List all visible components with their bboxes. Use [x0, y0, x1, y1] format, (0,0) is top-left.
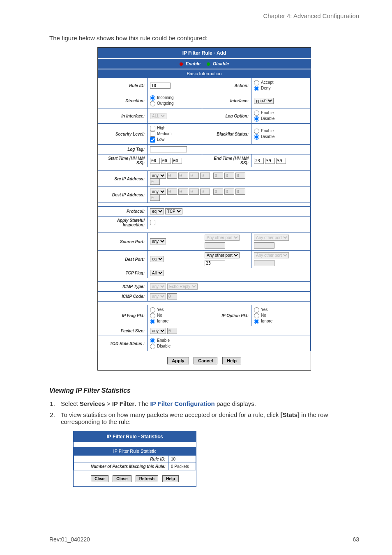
src-ip-oct4 [200, 173, 210, 179]
dest-port-label: Dest Port: [98, 251, 148, 268]
refresh-button[interactable]: Refresh [136, 475, 158, 482]
ip-option-label: IP Option Pkt: [202, 305, 251, 326]
tcp-flag-select[interactable]: All [150, 270, 164, 276]
enable-disable-row: Enable Disable [98, 58, 311, 69]
frag-no-radio[interactable]: No [150, 313, 199, 318]
rule-id-label: Rule ID: [98, 78, 148, 93]
start-hh-input[interactable] [150, 158, 160, 164]
action-deny-radio[interactable]: Deny [254, 85, 308, 91]
dst-port-other2-select: Any other port [254, 252, 289, 258]
sec-medium-checkbox[interactable]: Medium [150, 131, 199, 137]
opt-ignore-radio[interactable]: Ignore [254, 318, 308, 324]
close-button[interactable]: Close [113, 475, 131, 482]
start-time-label: Start Time (HH MM SS): [98, 154, 148, 167]
tcp-flag-label: TCP Flag: [98, 268, 148, 278]
page-number: 63 [353, 536, 359, 543]
src-mask-oct4 [150, 179, 160, 185]
src-port-other1-select: Any other port [205, 235, 240, 241]
disable-label[interactable]: Disable [213, 61, 229, 66]
ip-frag-label: IP Frag Pkt: [98, 305, 148, 326]
dst-port-other1-select[interactable]: Any other port [205, 252, 240, 258]
icmp-code-op-select: any [150, 293, 166, 299]
end-time-label: End Time (HH MM SS): [202, 154, 251, 167]
direction-incoming-radio[interactable]: Incoming [150, 95, 199, 101]
packet-size-op-select[interactable]: any [150, 328, 166, 334]
sec-low-checkbox[interactable]: Low [150, 137, 199, 143]
src-mask-oct1 [213, 173, 223, 179]
source-port-label: Source Port: [98, 233, 148, 251]
step-1: Select Services > IP Filter. The IP Filt… [57, 400, 359, 407]
stats-rule-id-value: 10 [168, 456, 196, 463]
blacklist-label: Blacklist Status: [202, 124, 251, 145]
src-mask-oct3 [235, 173, 245, 179]
frag-ignore-radio[interactable]: Ignore [150, 318, 199, 324]
log-tag-input[interactable] [150, 146, 187, 152]
dest-ip-oct3 [189, 189, 199, 195]
tod-enable-radio[interactable]: Enable [150, 338, 308, 343]
cancel-button[interactable]: Cancel [194, 357, 217, 364]
direction-outgoing-radio[interactable]: Outgoing [150, 101, 199, 106]
src-port-other2-input [254, 242, 274, 249]
src-port-other1-input [205, 242, 225, 249]
dest-mask-oct2 [224, 189, 234, 195]
chapter-header: Chapter 4: Advanced Configuration [49, 12, 359, 22]
frag-yes-radio[interactable]: Yes [150, 307, 199, 313]
end-ss-input[interactable] [276, 158, 286, 164]
dest-mask-oct1 [213, 189, 223, 195]
opt-yes-radio[interactable]: Yes [254, 307, 308, 313]
rule-id-input[interactable] [150, 83, 171, 89]
in-interface-select: ALL [150, 113, 166, 119]
ip-filter-stats-screenshot: IP Filter Rule - Statistics IP Filter Ru… [73, 431, 196, 487]
packet-size-input [167, 328, 177, 334]
log-enable-radio[interactable]: Enable [254, 110, 308, 116]
protocol-label: Protocol: [98, 207, 148, 216]
end-mm-input[interactable] [265, 158, 275, 164]
dest-ip-oct1 [167, 189, 177, 195]
dest-ip-mode-select[interactable]: any [150, 189, 166, 195]
dest-ip-label: Dest IP Address: [98, 187, 148, 203]
apply-button[interactable]: Apply [167, 357, 189, 364]
basic-info-header: Basic Information [98, 69, 311, 78]
stats-packets-label: Number of Packets Maching this Rule: [74, 463, 168, 470]
stats-help-button[interactable]: Help [162, 475, 179, 482]
stateful-checkbox[interactable] [150, 220, 155, 225]
enable-label[interactable]: Enable [186, 61, 201, 66]
src-ip-mode-select[interactable]: any [150, 173, 166, 179]
blacklist-enable-radio[interactable]: Enable [254, 128, 308, 134]
blacklist-disable-radio[interactable]: Disable [254, 134, 308, 140]
end-hh-input[interactable] [254, 158, 264, 164]
action-label: Action: [202, 78, 251, 93]
start-ss-input[interactable] [172, 158, 182, 164]
stateful-label: Apply Stateful Inspection: [98, 216, 148, 229]
stats-rule-id-label: Rule ID: [74, 456, 168, 463]
tod-disable-radio[interactable]: Disable [150, 343, 308, 349]
dst-port-op-select[interactable]: eq [150, 256, 164, 262]
start-mm-input[interactable] [161, 158, 171, 164]
interface-select[interactable]: ppp-0 [254, 98, 274, 104]
disable-dot-icon [207, 62, 210, 66]
ip-filter-config-link: IP Filter Configuration [150, 400, 215, 407]
dst-port-other2-input [254, 260, 274, 266]
step-2: To view statistics on how many packets w… [57, 411, 359, 487]
dst-port-val-input[interactable] [205, 260, 225, 266]
protocol-select[interactable]: TCP [165, 208, 182, 214]
viewing-stats-heading: Viewing IP Filter Statistics [49, 387, 359, 394]
help-button[interactable]: Help [222, 357, 241, 364]
clear-button[interactable]: Clear [91, 475, 108, 482]
dest-ip-oct4 [200, 189, 210, 195]
action-accept-radio[interactable]: Accept [254, 80, 308, 85]
log-disable-radio[interactable]: Disable [254, 116, 308, 122]
dialog-title: IP Filter Rule - Add [98, 48, 311, 58]
src-ip-oct1 [167, 173, 177, 179]
in-interface-label: In Interface: [98, 108, 148, 124]
protocol-op-select[interactable]: eq [150, 208, 164, 214]
dest-ip-oct2 [178, 189, 188, 195]
opt-no-radio[interactable]: No [254, 313, 308, 318]
icmp-type-op-select: any [150, 283, 166, 290]
sec-high-checkbox[interactable]: High [150, 125, 199, 131]
stats-title: IP Filter Rule - Statistics [74, 431, 196, 442]
intro-text: The figure below shows how this rule cou… [49, 35, 359, 41]
src-port-op-select[interactable]: any [150, 238, 166, 244]
log-tag-label: Log Tag: [98, 145, 148, 154]
packet-size-label: Packet Size: [98, 326, 148, 336]
